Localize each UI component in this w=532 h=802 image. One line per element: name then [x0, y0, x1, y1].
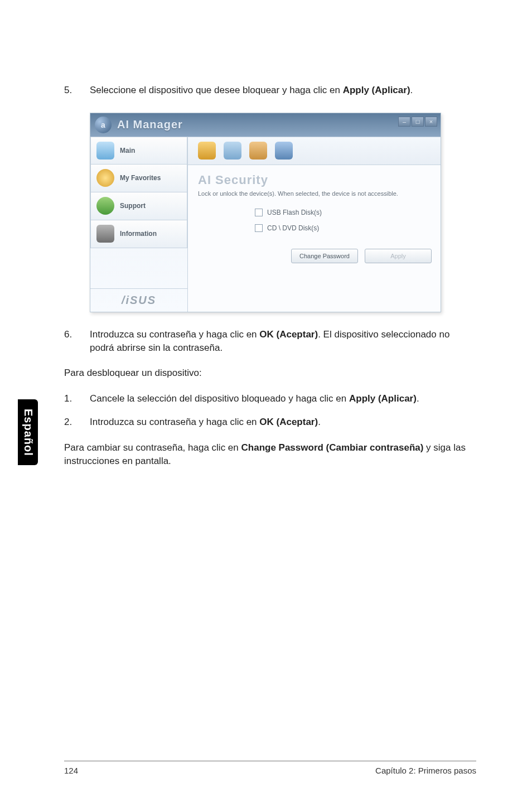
u1-bold: Apply (Aplicar) [349, 393, 417, 404]
section-title: AI Security [188, 165, 441, 190]
page-footer: 124 Capítulo 2: Primeros pasos [0, 761, 532, 775]
close-button[interactable]: × [425, 117, 437, 127]
toolbar [188, 137, 441, 165]
nav-filler [90, 248, 187, 288]
change-password-para: Para cambiar su contraseña, haga clic en… [64, 441, 476, 468]
window-title: AI Manager [117, 118, 183, 131]
ai-manager-window: a AI Manager – □ × Main My Favorites [90, 113, 441, 312]
nav-support-label: Support [120, 202, 146, 210]
step-text: Introduzca su contraseña y haga clic en … [90, 416, 476, 429]
support-icon [96, 197, 114, 215]
nav-support[interactable]: Support [90, 192, 187, 220]
option-usb: USB Flash Disk(s) [255, 209, 441, 216]
step5-bold: Apply (Aplicar) [343, 85, 410, 95]
options: USB Flash Disk(s) CD \ DVD Disk(s) [188, 201, 441, 244]
window-body: Main My Favorites Support Information [90, 137, 441, 312]
step-text: Cancele la selección del dispositivo blo… [90, 392, 476, 405]
nav-column: Main My Favorites Support Information [90, 137, 187, 312]
u1-pre: Cancele la selección del dispositivo blo… [90, 393, 349, 404]
toolbar-icon-1[interactable] [198, 142, 216, 160]
cddvd-checkbox[interactable] [255, 224, 263, 232]
window-buttons: – □ × [398, 117, 437, 127]
main-icon [96, 142, 114, 160]
screenshot-container: a AI Manager – □ × Main My Favorites [90, 113, 476, 312]
step-text: Seleccione el dispositivo que desee bloq… [90, 84, 476, 97]
app-orb-icon: a [95, 117, 112, 133]
u2-bold: OK (Aceptar) [259, 417, 318, 427]
u2-pre: Introduzca su contraseña y haga clic en [90, 417, 259, 427]
button-row: Change Password Apply [188, 244, 441, 271]
brand-logo: /iSUS [90, 288, 187, 312]
footer-rule [64, 761, 476, 761]
minimize-button[interactable]: – [398, 117, 410, 127]
page-number: 124 [64, 766, 78, 775]
footer-line: 124 Capítulo 2: Primeros pasos [64, 766, 476, 775]
nav-information-label: Information [120, 230, 157, 238]
step-text: Introduzca su contraseña y haga clic en … [90, 328, 476, 355]
nav-favorites[interactable]: My Favorites [90, 165, 187, 192]
nav-favorites-label: My Favorites [120, 174, 161, 182]
u2-post: . [318, 417, 321, 427]
step-number: 6. [64, 328, 90, 355]
step6-pre: Introduzca su contraseña y haga clic en [90, 329, 259, 340]
pw-pre: Para cambiar su contraseña, haga clic en [64, 442, 241, 453]
nav-information[interactable]: Information [90, 220, 187, 248]
option-cddvd: CD \ DVD Disk(s) [255, 224, 441, 232]
page-body: 5. Seleccione el dispositivo que desee b… [0, 0, 532, 467]
step-5: 5. Seleccione el dispositivo que desee b… [64, 84, 476, 97]
unlock-step-2: 2. Introduzca su contraseña y haga clic … [64, 416, 476, 429]
nav-main[interactable]: Main [90, 137, 187, 165]
apply-button[interactable]: Apply [365, 249, 432, 263]
unlock-step-1: 1. Cancele la selección del dispositivo … [64, 392, 476, 405]
toolbar-icon-4[interactable] [275, 142, 293, 160]
pw-bold: Change Password (Cambiar contraseña) [241, 442, 424, 453]
change-password-button[interactable]: Change Password [291, 249, 358, 263]
usb-checkbox[interactable] [255, 209, 263, 216]
toolbar-icon-2[interactable] [224, 142, 241, 160]
favorites-icon [96, 169, 114, 187]
titlebar: a AI Manager – □ × [90, 113, 441, 137]
step5-pre: Seleccione el dispositivo que desee bloq… [90, 85, 343, 95]
toolbar-icon-3[interactable] [249, 142, 267, 160]
section-description: Lock or unlock the device(s). When selec… [188, 190, 441, 201]
step-number: 5. [64, 84, 90, 97]
cddvd-label: CD \ DVD Disk(s) [267, 224, 319, 232]
language-tab: Español [18, 399, 38, 465]
step-number: 2. [64, 416, 90, 429]
step6-bold: OK (Aceptar) [259, 329, 318, 340]
usb-label: USB Flash Disk(s) [267, 209, 322, 216]
u1-post: . [417, 393, 419, 404]
unlock-heading: Para desbloquear un dispositivo: [64, 366, 476, 380]
step-6: 6. Introduzca su contraseña y haga clic … [64, 328, 476, 355]
chapter-label: Capítulo 2: Primeros pasos [375, 766, 476, 775]
information-icon [96, 225, 114, 243]
maximize-button[interactable]: □ [412, 117, 424, 127]
step5-post: . [410, 85, 413, 95]
step-number: 1. [64, 392, 90, 405]
nav-main-label: Main [120, 147, 135, 154]
content-pane: AI Security Lock or unlock the device(s)… [187, 137, 441, 312]
